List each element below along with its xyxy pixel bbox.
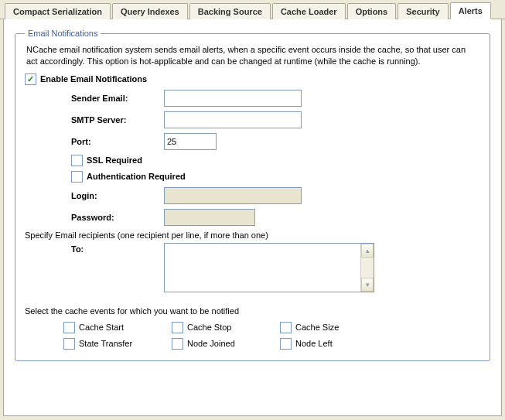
event-state-transfer-label: State Transfer [79,339,132,348]
event-node-joined-checkbox[interactable] [172,338,183,350]
password-label: Password: [71,213,164,222]
event-node-left-checkbox[interactable] [280,338,292,350]
port-label: Port: [71,137,164,146]
tab-bar: Compact Serialization Query Indexes Back… [0,0,505,19]
auth-required-checkbox[interactable] [71,171,83,183]
auth-required-label: Authentication Required [87,172,186,181]
login-input [164,187,302,204]
group-title: Email Notifications [25,29,101,38]
event-cache-stop-checkbox[interactable] [172,322,183,333]
to-scrollbar[interactable]: ▴ ▾ [360,244,374,292]
sender-email-input[interactable] [164,90,302,107]
tab-backing-source[interactable]: Backing Source [189,3,271,19]
fields-block: Sender Email: SMTP Server: Port: SSL Req… [71,90,480,226]
tab-alerts[interactable]: Alerts [450,2,491,19]
description-text: NCache email notification system sends e… [26,44,479,67]
event-cache-start-label: Cache Start [79,323,124,332]
smtp-server-label: SMTP Server: [71,115,164,125]
recipients-label: Specify Email recipients (one recipient … [25,230,480,240]
event-cache-size-checkbox[interactable] [280,322,292,333]
email-notifications-group: Email Notifications NCache email notific… [15,29,490,361]
port-input[interactable] [164,133,217,150]
tab-compact-serialization[interactable]: Compact Serialization [5,3,111,19]
smtp-server-input[interactable] [164,111,302,128]
enable-email-checkbox[interactable] [25,73,36,85]
events-label: Select the cache events for which you wa… [25,306,480,316]
tab-query-indexes[interactable]: Query Indexes [112,3,188,19]
to-textarea[interactable] [165,244,360,292]
ssl-required-checkbox[interactable] [71,155,83,166]
scroll-up-icon[interactable]: ▴ [361,244,374,258]
password-input [164,209,255,226]
enable-email-label: Enable Email Notifications [40,74,147,84]
event-node-joined-label: Node Joined [187,339,235,348]
event-cache-start-checkbox[interactable] [63,322,75,333]
login-label: Login: [71,191,164,200]
event-cache-size-label: Cache Size [295,323,339,332]
tab-security[interactable]: Security [398,3,448,19]
event-state-transfer-checkbox[interactable] [63,338,75,350]
events-grid: Cache Start Cache Stop Cache Size State … [63,322,480,350]
scroll-down-icon[interactable]: ▾ [361,278,374,292]
page-content: Email Notifications NCache email notific… [3,19,502,416]
sender-email-label: Sender Email: [71,94,164,103]
ssl-required-label: SSL Required [87,155,142,165]
to-label: To: [71,243,164,254]
tab-options[interactable]: Options [347,3,397,19]
event-node-left-label: Node Left [295,339,333,348]
event-cache-stop-label: Cache Stop [187,323,231,332]
tab-cache-loader[interactable]: Cache Loader [272,3,346,19]
to-field-wrap: ▴ ▾ [164,243,374,292]
enable-row: Enable Email Notifications [25,73,480,85]
